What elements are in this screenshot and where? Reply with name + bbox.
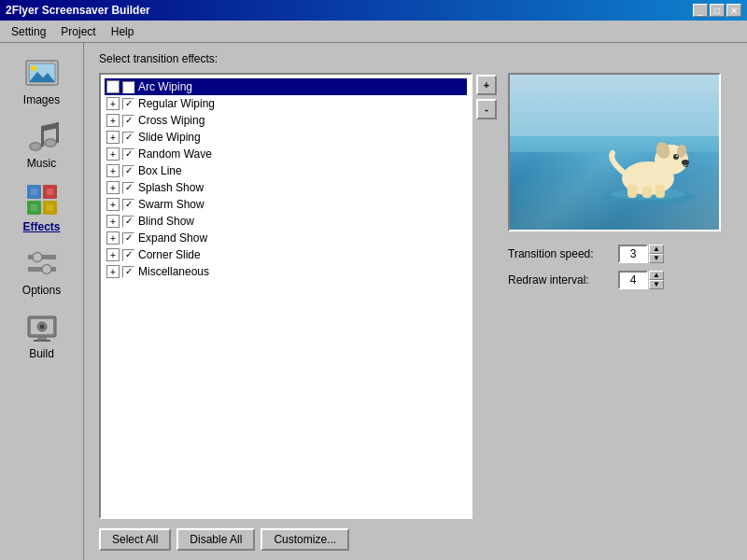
redraw-interval-input[interactable] <box>618 271 648 289</box>
preview-image <box>508 73 721 231</box>
item-label-slide-wiping: Slide Wiping <box>138 131 201 144</box>
transition-speed-row: Transition speed: ▲ ▼ <box>508 245 732 263</box>
transition-speed-down-button[interactable]: ▼ <box>649 254 664 263</box>
menu-help[interactable]: Help <box>104 23 142 40</box>
redraw-interval-down-button[interactable]: ▼ <box>649 280 664 289</box>
list-item[interactable]: + Swarm Show <box>105 196 467 213</box>
checkbox-regular-wiping[interactable] <box>122 98 134 110</box>
menu-setting[interactable]: Setting <box>4 23 53 40</box>
list-item[interactable]: + Corner Slide <box>105 246 467 263</box>
section-title: Select transition effects: <box>99 52 732 65</box>
svg-point-6 <box>31 144 40 150</box>
list-item[interactable]: + Random Wave <box>105 146 467 162</box>
customize-button[interactable]: Customize... <box>261 528 349 551</box>
expand-icon[interactable]: + <box>106 131 120 144</box>
sidebar-item-effects[interactable]: Effects <box>8 177 76 237</box>
transition-speed-spinner-buttons: ▲ ▼ <box>649 245 664 263</box>
expand-icon[interactable]: + <box>106 164 120 177</box>
list-item[interactable]: + Regular Wiping <box>105 95 467 112</box>
checkbox-random-wave[interactable] <box>122 148 134 161</box>
checkbox-slide-wiping[interactable] <box>122 132 134 144</box>
svg-rect-17 <box>31 204 37 211</box>
maximize-button[interactable]: □ <box>710 4 725 17</box>
svg-rect-40 <box>655 185 665 198</box>
svg-point-35 <box>673 154 679 160</box>
checkbox-box-line[interactable] <box>122 165 134 177</box>
svg-rect-15 <box>31 189 37 195</box>
svg-rect-16 <box>47 189 53 195</box>
checkbox-splash-show[interactable] <box>122 182 134 194</box>
item-label-cross-wiping: Cross Wiping <box>138 114 204 127</box>
effects-list[interactable]: + Arc Wiping + Regular Wiping + <box>99 73 472 519</box>
svg-rect-39 <box>642 187 652 198</box>
svg-point-21 <box>33 253 42 262</box>
sidebar-item-music[interactable]: Music <box>8 114 76 174</box>
expand-icon[interactable]: + <box>106 231 120 245</box>
list-item[interactable]: + Cross Wiping <box>105 112 467 129</box>
checkbox-arc-wiping[interactable] <box>122 81 134 93</box>
transition-speed-input[interactable] <box>618 245 648 263</box>
item-label-splash-show: Splash Show <box>138 181 204 194</box>
dog-illustration <box>592 118 704 211</box>
redraw-interval-label: Redraw interval: <box>508 273 611 287</box>
title-bar-controls: _ □ ✕ <box>693 4 741 17</box>
list-item[interactable]: + Blind Show <box>105 213 467 230</box>
main-layout: Images Music <box>0 43 747 560</box>
effects-panel: + Arc Wiping + Regular Wiping + <box>99 73 497 551</box>
expand-icon[interactable]: + <box>106 265 120 278</box>
expand-icon[interactable]: + <box>106 248 120 261</box>
item-label-box-line: Box Line <box>138 164 182 177</box>
music-icon <box>23 118 61 155</box>
close-button[interactable]: ✕ <box>726 4 741 17</box>
list-item[interactable]: + Arc Wiping <box>105 78 467 95</box>
item-label-swarm-show: Swarm Show <box>138 198 204 211</box>
expand-icon[interactable]: + <box>106 114 120 127</box>
expand-icon[interactable]: + <box>106 97 120 110</box>
content-area: Select transition effects: + Arc Wiping … <box>84 43 747 560</box>
expand-icon[interactable]: + <box>106 215 120 228</box>
select-all-button[interactable]: Select All <box>99 528 171 551</box>
checkbox-swarm-show[interactable] <box>122 199 134 211</box>
svg-rect-27 <box>37 337 47 340</box>
redraw-interval-spinner-buttons: ▲ ▼ <box>649 271 664 289</box>
disable-all-button[interactable]: Disable All <box>176 528 255 551</box>
list-item[interactable]: + Slide Wiping <box>105 129 467 146</box>
right-panel: Transition speed: ▲ ▼ Redraw interval: <box>508 73 732 551</box>
images-icon <box>23 54 61 91</box>
expand-icon[interactable]: + <box>106 198 120 211</box>
add-button[interactable]: + <box>476 75 497 95</box>
title-bar: 2Flyer Screensaver Builder _ □ ✕ <box>0 0 747 21</box>
menu-bar: Setting Project Help <box>0 21 747 43</box>
sidebar-label-music: Music <box>27 157 56 170</box>
expand-icon[interactable]: + <box>106 80 120 93</box>
effects-icon <box>23 181 61 218</box>
list-item[interactable]: + Splash Show <box>105 179 467 196</box>
checkbox-corner-slide[interactable] <box>122 249 134 261</box>
svg-point-4 <box>31 65 36 71</box>
menu-project[interactable]: Project <box>53 23 103 40</box>
sidebar-item-options[interactable]: Options <box>8 241 76 301</box>
item-label-arc-wiping: Arc Wiping <box>138 80 192 93</box>
sidebar-item-build[interactable]: Build <box>8 304 76 364</box>
remove-button[interactable]: - <box>476 99 497 119</box>
sidebar-label-build: Build <box>29 347 54 360</box>
sidebar-item-images[interactable]: Images <box>8 50 76 110</box>
checkbox-blind-show[interactable] <box>122 216 134 228</box>
list-item[interactable]: + Miscellaneous <box>105 263 467 280</box>
svg-point-26 <box>39 325 44 329</box>
content-row: + Arc Wiping + Regular Wiping + <box>99 73 732 551</box>
item-label-expand-show: Expand Show <box>138 231 207 245</box>
checkbox-expand-show[interactable] <box>122 232 134 245</box>
expand-icon[interactable]: + <box>106 147 120 161</box>
list-item[interactable]: + Box Line <box>105 162 467 179</box>
svg-rect-38 <box>627 185 637 198</box>
svg-point-9 <box>46 140 55 147</box>
transition-speed-up-button[interactable]: ▲ <box>649 245 664 254</box>
list-item[interactable]: + Expand Show <box>105 230 467 246</box>
checkbox-miscellaneous[interactable] <box>122 266 134 278</box>
redraw-interval-up-button[interactable]: ▲ <box>649 271 664 280</box>
checkbox-cross-wiping[interactable] <box>122 115 134 127</box>
expand-icon[interactable]: + <box>106 181 120 194</box>
item-label-miscellaneous: Miscellaneous <box>138 265 209 278</box>
minimize-button[interactable]: _ <box>693 4 708 17</box>
